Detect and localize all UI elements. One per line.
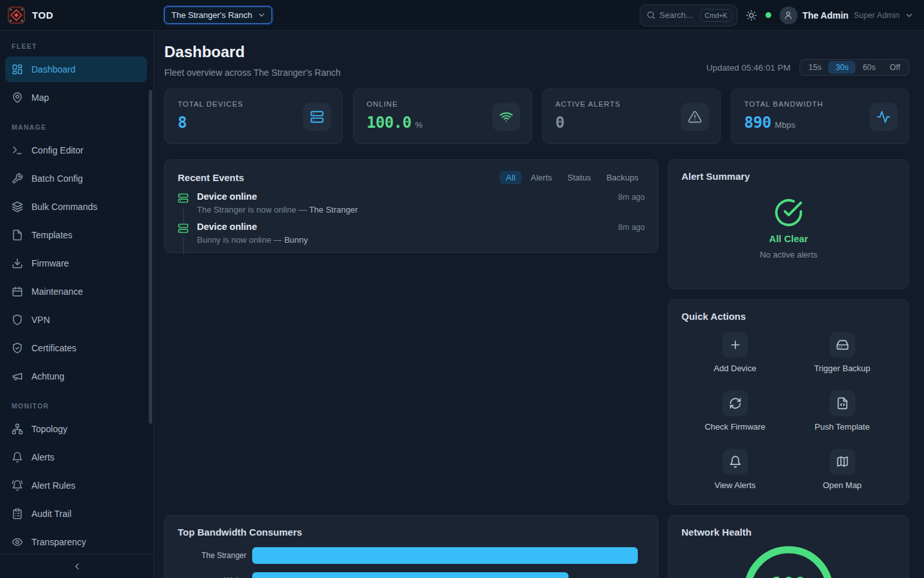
user-icon (783, 10, 793, 20)
sidebar-item-dashboard[interactable]: Dashboard (5, 57, 147, 82)
sidebar-item-label: Dashboard (31, 64, 76, 74)
sidebar-item-label: Alert Rules (31, 480, 75, 491)
event-title: Device online (197, 222, 618, 232)
chevron-down-icon (257, 11, 266, 19)
quick-actions-panel: Quick Actions Add Device Trigger Backup (668, 299, 909, 505)
sidebar-item-label: Alerts (31, 452, 55, 462)
sidebar-item-firmware[interactable]: Firmware (5, 250, 147, 276)
trigger-backup-button[interactable]: Trigger Backup (789, 332, 896, 373)
alert-status-text: All Clear (769, 233, 809, 244)
tab-all[interactable]: All (500, 171, 522, 184)
chevron-down-icon (905, 11, 914, 20)
sidebar-item-transparency[interactable]: Transparency (5, 529, 147, 555)
sidebar-item-label: Batch Config (31, 173, 83, 184)
stat-card-active-alerts: ACTIVE ALERTS 0 (542, 89, 721, 144)
search-icon (646, 10, 656, 20)
tab-alerts[interactable]: Alerts (524, 171, 558, 184)
sidebar-item-alert-rules[interactable]: Alert Rules (5, 473, 147, 498)
refresh-interval-control: 15s 30s 60s Off (800, 59, 909, 76)
sidebar-item-label: Firmware (31, 258, 69, 268)
event-filter-tabs: All Alerts Status Backups (500, 171, 645, 184)
event-time: 8m ago (618, 191, 645, 202)
map-pin-icon (12, 92, 23, 103)
user-menu[interactable]: The Admin Super Admin (780, 6, 914, 24)
tab-backups[interactable]: Backups (600, 171, 645, 184)
event-description: The Stranger is now online — The Strange… (197, 205, 618, 215)
sidebar-item-topology[interactable]: Topology (5, 416, 147, 442)
push-template-button[interactable]: Push Template (789, 390, 896, 432)
server-icon (178, 223, 197, 234)
wrench-icon (12, 173, 23, 184)
bandwidth-bar (252, 572, 569, 578)
stat-value: 8 (178, 114, 187, 132)
sidebar-item-config-editor[interactable]: Config Editor (5, 137, 147, 163)
stat-card-online: ONLINE 100.0 % (353, 89, 531, 144)
recent-events-panel: Recent Events All Alerts Status Backups (164, 159, 658, 253)
tab-status[interactable]: Status (561, 171, 597, 184)
sidebar-section-monitor: MONITOR (5, 402, 147, 410)
sidebar-item-templates[interactable]: Templates (5, 222, 147, 248)
sidebar-item-batch-config[interactable]: Batch Config (5, 166, 147, 191)
sidebar-section-fleet: FLEET (5, 42, 147, 50)
sidebar-item-map[interactable]: Map (5, 85, 147, 110)
bandwidth-bar-row: The Stranger (178, 547, 645, 564)
sidebar-item-maintenance[interactable]: Maintenance (5, 279, 147, 304)
alert-detail-text: No active alerts (760, 250, 817, 259)
event-list-item: Device online Bunny is now online — Bunn… (178, 222, 645, 245)
open-map-button[interactable]: Open Map (789, 449, 896, 490)
app-logo-icon (8, 6, 25, 24)
alert-triangle-icon (681, 103, 709, 131)
shield-icon (12, 314, 23, 326)
network-health-value: 100 (771, 573, 806, 578)
server-icon (303, 103, 331, 131)
view-alerts-button[interactable]: View Alerts (681, 449, 789, 490)
theme-toggle-button[interactable] (746, 10, 757, 21)
recent-events-title: Recent Events (178, 172, 244, 183)
sidebar-item-vpn[interactable]: VPN (5, 307, 147, 333)
top-bandwidth-consumers-panel: Top Bandwidth Consumers The Stranger Wal… (164, 515, 658, 578)
event-list-item: Device online The Stranger is now online… (178, 191, 645, 215)
sidebar-item-bulk-commands[interactable]: Bulk Commands (5, 194, 147, 220)
layers-icon (12, 201, 23, 213)
fleet-selector[interactable]: The Stranger's Ranch (164, 6, 272, 24)
bell-icon (723, 449, 748, 475)
refresh-option-off[interactable]: Off (883, 61, 907, 74)
sun-icon (746, 10, 757, 21)
layout-dashboard-icon (12, 64, 23, 75)
event-title: Device online (197, 191, 618, 202)
brand: TOD (0, 6, 154, 24)
download-icon (12, 258, 23, 269)
file-icon (12, 229, 23, 241)
user-role: Super Admin (853, 11, 900, 20)
search-box[interactable]: Cmd+K (640, 4, 737, 26)
sidebar-item-label: Maintenance (31, 286, 83, 297)
bandwidth-chart-title: Top Bandwidth Consumers (178, 527, 645, 538)
search-input[interactable] (660, 10, 697, 20)
sidebar-item-audit-trail[interactable]: Audit Trail (5, 501, 147, 527)
network-icon (12, 423, 23, 435)
sidebar-item-label: Topology (31, 424, 67, 434)
updated-timestamp: Updated 05:46:01 PM (706, 63, 791, 73)
sidebar-scrollbar-thumb[interactable] (149, 90, 152, 424)
sidebar-item-label: Config Editor (31, 145, 83, 155)
file-code-icon (830, 390, 855, 416)
sidebar: FLEET Dashboard Map MANAGE Config Editor… (0, 31, 154, 578)
topbar: TOD The Stranger's Ranch Cmd+K (0, 0, 924, 31)
sidebar-item-achtung[interactable]: Achtung (5, 363, 147, 389)
activity-icon (869, 103, 898, 131)
terminal-icon (12, 144, 23, 156)
sidebar-item-alerts[interactable]: Alerts (5, 444, 147, 470)
refresh-option-15s[interactable]: 15s (801, 61, 828, 74)
sidebar-collapse-button[interactable] (0, 554, 153, 578)
sidebar-item-certificates[interactable]: Certificates (5, 335, 147, 361)
map-icon (830, 449, 855, 475)
server-icon (178, 193, 197, 204)
stat-value: 100.0 (366, 114, 411, 132)
check-firmware-button[interactable]: Check Firmware (681, 390, 789, 432)
search-shortcut-badge: Cmd+K (700, 9, 732, 22)
refresh-option-30s[interactable]: 30s (828, 61, 855, 74)
refresh-option-60s[interactable]: 60s (855, 61, 882, 74)
sidebar-item-label: Templates (31, 230, 73, 240)
add-device-button[interactable]: Add Device (681, 332, 789, 373)
shield-check-icon (12, 342, 23, 354)
